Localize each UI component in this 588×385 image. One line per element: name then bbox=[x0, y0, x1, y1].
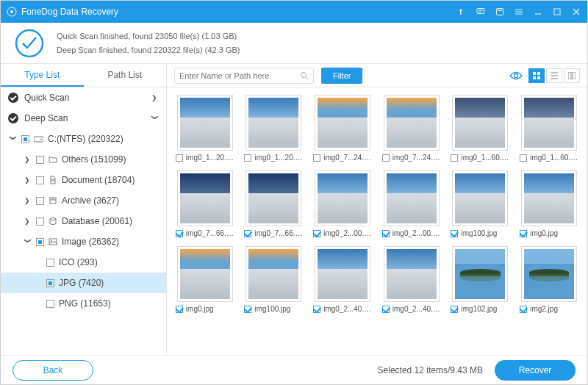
quick-scan-status: Quick Scan finished, found 23050 file(s)… bbox=[57, 29, 240, 43]
preview-eye-icon[interactable] bbox=[509, 71, 523, 81]
tree-others[interactable]: ❯ Others (151099) bbox=[1, 149, 166, 170]
tree-image[interactable]: ❯ Image (26362) bbox=[1, 231, 166, 252]
file-card[interactable]: img0_7...66.jpg bbox=[173, 170, 237, 237]
file-checkbox[interactable] bbox=[244, 230, 251, 237]
save-icon[interactable] bbox=[495, 7, 505, 17]
file-name: img0_7...66.jpg bbox=[186, 229, 234, 237]
svg-point-7 bbox=[16, 30, 43, 57]
tree-jpg[interactable]: JPG (7420) bbox=[1, 273, 166, 293]
tree-database[interactable]: ❯ Database (20061) bbox=[1, 211, 166, 231]
file-checkbox[interactable] bbox=[382, 306, 390, 313]
file-checkbox[interactable] bbox=[244, 154, 251, 162]
file-checkbox[interactable] bbox=[176, 230, 183, 237]
file-name: img0_2...40.jpg bbox=[323, 305, 372, 313]
file-thumbnail[interactable] bbox=[315, 95, 370, 151]
file-thumbnail[interactable] bbox=[452, 170, 508, 226]
file-checkbox[interactable] bbox=[520, 306, 527, 313]
file-checkbox[interactable] bbox=[520, 230, 527, 237]
file-checkbox[interactable] bbox=[451, 230, 458, 237]
tree-ico[interactable]: ICO (293) bbox=[1, 252, 166, 273]
menu-icon[interactable] bbox=[514, 7, 524, 17]
svg-text:f: f bbox=[459, 7, 462, 16]
file-card[interactable]: img100.jpg bbox=[448, 170, 513, 237]
tab-type-list[interactable]: Type List bbox=[1, 64, 84, 87]
chevron-down-icon: ❯ bbox=[151, 115, 159, 122]
file-thumbnail[interactable] bbox=[521, 170, 577, 226]
file-checkbox[interactable] bbox=[451, 306, 458, 313]
tree-archive[interactable]: ❯ Archive (3627) bbox=[1, 190, 166, 211]
file-checkbox[interactable] bbox=[176, 154, 183, 162]
back-button[interactable]: Back bbox=[12, 360, 93, 381]
file-thumbnail[interactable] bbox=[384, 95, 440, 151]
file-thumbnail[interactable] bbox=[177, 170, 233, 226]
svg-point-8 bbox=[301, 72, 306, 77]
file-card[interactable]: img0.jpg bbox=[517, 170, 581, 237]
tree-drive[interactable]: ❯ C:(NTFS) (220322) bbox=[1, 129, 166, 149]
maximize-icon[interactable] bbox=[552, 7, 562, 17]
file-card[interactable]: img0_2...40.jpg bbox=[379, 246, 444, 313]
file-card[interactable]: img2.jpg bbox=[517, 246, 581, 313]
minimize-icon[interactable] bbox=[533, 7, 543, 17]
file-thumbnail[interactable] bbox=[177, 246, 233, 302]
search-input[interactable] bbox=[179, 71, 300, 80]
tree-document[interactable]: ❯ Document (18704) bbox=[1, 170, 166, 190]
tree-png[interactable]: PNG (11653) bbox=[1, 293, 166, 314]
facebook-icon[interactable]: f bbox=[456, 7, 467, 17]
scan-status-bar: Quick Scan finished, found 23050 file(s)… bbox=[1, 23, 587, 64]
svg-rect-4 bbox=[497, 9, 503, 15]
file-card[interactable]: img0_1...60.jpg bbox=[517, 95, 581, 162]
search-input-wrap[interactable] bbox=[174, 68, 314, 84]
file-checkbox[interactable] bbox=[382, 230, 390, 237]
file-card[interactable]: img0_1...20.jpg bbox=[173, 95, 237, 162]
file-checkbox[interactable] bbox=[313, 306, 320, 313]
file-thumbnail[interactable] bbox=[452, 246, 508, 302]
file-name: img0_2...00.jpg bbox=[323, 229, 372, 237]
file-checkbox[interactable] bbox=[313, 154, 320, 162]
feedback-icon[interactable] bbox=[476, 7, 486, 17]
file-card[interactable]: img100.jpg bbox=[242, 246, 306, 313]
file-card[interactable]: img0_2...00.jpg bbox=[379, 170, 444, 237]
tree-deep-scan[interactable]: Deep Scan ❯ bbox=[1, 108, 166, 129]
file-card[interactable]: img0_2...40.jpg bbox=[310, 246, 375, 313]
file-thumbnail[interactable] bbox=[245, 170, 301, 226]
svg-rect-15 bbox=[573, 72, 576, 79]
file-card[interactable]: img102.jpg bbox=[448, 246, 513, 313]
filter-button[interactable]: Filter bbox=[321, 68, 362, 84]
tab-path-list[interactable]: Path List bbox=[84, 64, 167, 87]
view-grid-icon[interactable] bbox=[528, 68, 545, 83]
file-card[interactable]: img0_7...24.jpg bbox=[310, 95, 375, 162]
file-checkbox[interactable] bbox=[451, 154, 458, 162]
file-checkbox[interactable] bbox=[244, 306, 251, 313]
svg-point-1 bbox=[10, 10, 13, 13]
file-thumbnail[interactable] bbox=[245, 95, 301, 151]
file-card[interactable]: img0.jpg bbox=[173, 246, 237, 313]
file-thumbnail[interactable] bbox=[315, 246, 370, 302]
file-thumbnail[interactable] bbox=[521, 246, 577, 302]
file-thumbnail[interactable] bbox=[245, 246, 301, 302]
file-thumbnail[interactable] bbox=[384, 246, 440, 302]
file-thumbnail[interactable] bbox=[384, 170, 440, 226]
titlebar: FoneDog Data Recovery f bbox=[1, 1, 587, 23]
view-list-icon[interactable] bbox=[546, 68, 562, 83]
tree-quick-scan[interactable]: Quick Scan ❯ bbox=[1, 87, 166, 108]
file-checkbox[interactable] bbox=[382, 154, 390, 162]
file-checkbox[interactable] bbox=[313, 230, 320, 237]
file-card[interactable]: img0_7...24.jpg bbox=[379, 95, 444, 162]
file-name: img0_1...60.jpg bbox=[461, 154, 509, 162]
file-card[interactable]: img0_2...00.jpg bbox=[310, 170, 375, 237]
file-name: img0_2...40.jpg bbox=[392, 305, 441, 313]
file-checkbox[interactable] bbox=[176, 306, 183, 313]
file-name: img0_1...60.jpg bbox=[530, 154, 578, 162]
close-icon[interactable] bbox=[571, 7, 581, 17]
file-thumbnail[interactable] bbox=[521, 95, 577, 151]
view-detail-icon[interactable] bbox=[564, 68, 580, 83]
file-card[interactable]: img0_1...20.jpg bbox=[242, 95, 306, 162]
file-thumbnail[interactable] bbox=[177, 95, 233, 151]
file-card[interactable]: img0_1...60.jpg bbox=[448, 95, 513, 162]
file-checkbox[interactable] bbox=[520, 154, 527, 162]
file-name: img0.jpg bbox=[530, 229, 558, 237]
file-card[interactable]: img0_7...66.jpg bbox=[242, 170, 306, 237]
recover-button[interactable]: Recover bbox=[495, 360, 576, 381]
file-thumbnail[interactable] bbox=[452, 95, 508, 151]
file-thumbnail[interactable] bbox=[315, 170, 370, 226]
